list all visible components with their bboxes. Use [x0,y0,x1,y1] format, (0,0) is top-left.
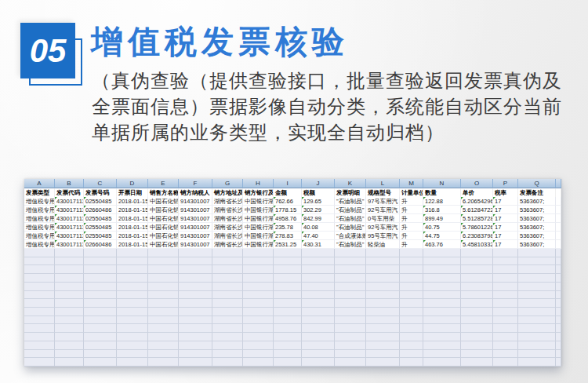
empty-cell [302,291,335,300]
text-as-number-flag-icon [302,223,304,225]
spreadsheet-cell: 中国石化销 [148,197,179,206]
empty-cell [461,265,493,274]
empty-cell [493,291,518,300]
empty-cell [400,265,423,274]
text-as-number-flag-icon [461,197,463,199]
empty-cell [493,358,518,367]
empty-cell [55,341,84,350]
empty-cell [556,257,561,266]
text-as-number-flag-icon [274,232,276,234]
empty-cell [148,265,179,274]
empty-cell [518,333,556,341]
empty-cell [493,316,518,325]
empty-cell [302,249,335,257]
empty-cell [179,316,212,325]
empty-cell [212,265,243,274]
empty-cell [302,316,335,325]
field-header-cell: 开票日期 [117,188,148,197]
spreadsheet-cell: 914301007 [179,197,212,206]
empty-cell [366,324,400,333]
spreadsheet-row: 增值税专用4300171130026604862018-01-15中国石化销91… [24,240,561,249]
empty-row [24,299,561,308]
empty-cell [461,249,493,257]
empty-cell [84,333,117,341]
empty-cell [84,249,117,257]
spreadsheet-cell: 914301007 [179,240,212,249]
empty-cell [55,265,84,274]
text-as-number-flag-icon [302,232,304,234]
column-letter: K [335,179,366,188]
empty-cell [274,274,302,283]
empty-cell [84,358,117,367]
spreadsheet-cell: 914301007 [179,223,212,232]
spreadsheet-cell: 2018-01-15 [117,240,148,249]
spreadsheet-cell: 762.66 [274,197,302,206]
empty-cell [84,350,117,359]
empty-row [24,257,561,266]
empty-cell [461,316,493,325]
empty-cell [366,299,400,308]
field-header-cell: 单价 [461,188,493,197]
empty-cell [179,299,212,308]
empty-cell [518,341,556,350]
empty-cell [274,283,302,291]
empty-cell [148,257,179,266]
empty-cell [556,333,561,341]
text-as-number-flag-icon [274,214,276,217]
empty-cell [400,299,423,308]
empty-cell [335,333,366,341]
empty-cell [556,316,561,325]
spreadsheet-cell: "石油制品" [335,197,366,206]
empty-cell [400,257,423,266]
spreadsheet-cell: 4300171130 [55,240,84,249]
spreadsheet-cell: 增值税专用 [24,232,55,240]
spreadsheet-cell: 914301007 [179,214,212,223]
empty-cell [366,308,400,316]
empty-cell [493,350,518,359]
empty-cell [423,274,461,283]
column-letter: H [243,179,274,188]
field-header-cell: 发票备注 [518,188,556,197]
column-letter-row: ABCDEFGHIJKLMNOPQ [24,179,561,188]
text-as-number-flag-icon [423,206,426,208]
empty-cell [302,333,335,341]
column-letter: A [24,179,55,188]
empty-cell [461,299,493,308]
empty-cell [179,265,212,274]
empty-cell [212,324,243,333]
description: （真伪查验（提供查验接口，批量查验返回发票真伪及 全票面信息）票据影像自动分类，… [92,67,582,145]
empty-cell [556,308,561,316]
field-header-cell: 销方纳税人 [179,188,212,197]
empty-cell [423,333,461,341]
empty-cell [274,265,302,274]
empty-cell [366,333,400,341]
text-as-number-flag-icon [274,197,276,199]
empty-cell [335,274,366,283]
spreadsheet-cell: "石油制品" [335,240,366,249]
data-rows: 增值税专用4300171130025504852018-01-15中国石化销91… [24,197,561,249]
empty-cell [117,299,148,308]
spreadsheet-cell: 5363607; [518,232,556,240]
spreadsheet-cell: 4300171130 [55,232,84,240]
spreadsheet-cell: 4300171130 [55,223,84,232]
column-letter: E [148,179,179,188]
empty-cell [24,299,55,308]
text-as-number-flag-icon [55,206,57,208]
spreadsheet-cell: 中国银行湖 [243,232,274,240]
spreadsheet-cell: 95号车用汽 [366,232,400,240]
text-as-number-flag-icon [461,223,463,225]
column-letter: L [366,179,400,188]
text-as-number-flag-icon [55,214,57,217]
empty-cell [400,291,423,300]
empty-cell [335,291,366,300]
text-as-number-flag-icon [55,197,57,199]
field-header-cell: 金额 [274,188,302,197]
empty-cell [518,324,556,333]
empty-cell [423,283,461,291]
spreadsheet-cell: 湖南省长沙 [212,197,243,206]
column-letter: I [274,179,302,188]
text-as-number-flag-icon [274,206,276,208]
empty-cell [243,324,274,333]
text-as-number-flag-icon [84,214,86,217]
spreadsheet-cell: 40.08 [302,223,335,232]
